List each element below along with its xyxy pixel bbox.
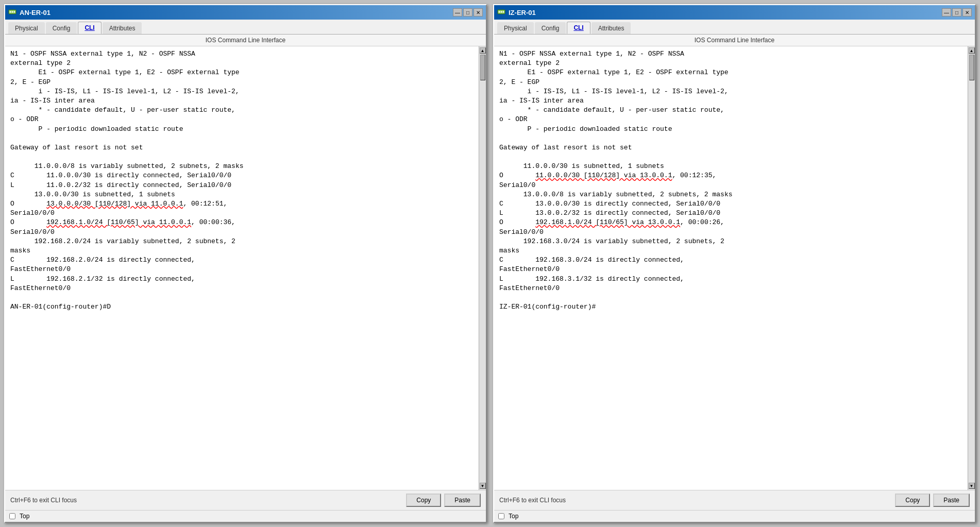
cli-line: 2, E - EGP — [499, 78, 962, 87]
cli-line: o - ODR — [10, 115, 474, 124]
cli-bottom-bar: Ctrl+F6 to exit CLI focusCopyPaste — [494, 490, 975, 510]
status-bar: Top — [5, 510, 486, 522]
copy-button[interactable]: Copy — [406, 494, 441, 507]
window-title: AN-ER-01 — [20, 9, 50, 16]
cli-button-group: CopyPaste — [895, 494, 970, 507]
close-button[interactable]: ✕ — [962, 8, 972, 16]
scroll-up-button[interactable]: ▲ — [480, 47, 486, 54]
scroll-down-button[interactable]: ▼ — [969, 483, 975, 489]
cli-line: Gateway of last resort is not set — [499, 143, 962, 152]
underlined-route: 192.168.1.0/24 [110/65] via 11.0.0.1 — [46, 218, 191, 226]
cli-line: 13.0.0.0/8 is variably subnetted, 2 subn… — [499, 190, 962, 199]
tab-attributes[interactable]: Attributes — [592, 22, 631, 34]
svg-point-7 — [503, 11, 504, 12]
cli-line: FastEthernet0/0 — [10, 284, 474, 293]
window-controls[interactable]: —□✕ — [942, 8, 972, 16]
cli-button-group: CopyPaste — [406, 494, 481, 507]
cli-line: Serial0/0/0 — [499, 228, 962, 237]
cli-line: FastEthernet0/0 — [499, 284, 962, 293]
cli-content[interactable]: N1 - OSPF NSSA external type 1, N2 - OSP… — [5, 46, 479, 490]
cli-line: 192.168.3.0/24 is variably subnetted, 2 … — [499, 237, 962, 246]
cli-line: Serial0/0/0 — [10, 209, 474, 218]
paste-button[interactable]: Paste — [933, 494, 970, 507]
scroll-thumb[interactable] — [480, 55, 485, 80]
cli-line: i - IS-IS, L1 - IS-IS level-1, L2 - IS-I… — [499, 87, 962, 96]
scroll-up-button[interactable]: ▲ — [969, 47, 975, 54]
window-right: IZ-ER-01—□✕PhysicalConfigCLIAttributesIO… — [493, 4, 976, 523]
scrollbar[interactable]: ▲▼ — [479, 46, 486, 490]
cli-line: N1 - OSPF NSSA external type 1, N2 - OSP… — [10, 49, 474, 59]
cli-line: Serial0/0/0 — [10, 228, 474, 237]
window-left: AN-ER-01—□✕PhysicalConfigCLIAttributesIO… — [4, 4, 487, 523]
cli-line: C 11.0.0.0/30 is directly connected, Ser… — [10, 171, 474, 180]
tab-cli[interactable]: CLI — [567, 22, 590, 34]
tab-physical[interactable]: Physical — [8, 22, 45, 34]
cli-header: IOS Command Line Interface — [5, 35, 486, 46]
top-checkbox[interactable] — [498, 513, 504, 519]
cli-line: Gateway of last resort is not set — [10, 143, 474, 152]
cli-line: N1 - OSPF NSSA external type 1, N2 - OSP… — [499, 49, 962, 59]
minimize-button[interactable]: — — [942, 8, 951, 16]
title-bar-left: IZ-ER-01 — [497, 8, 536, 18]
maximize-button[interactable]: □ — [952, 8, 961, 16]
cli-line — [10, 293, 474, 302]
scrollbar[interactable]: ▲▼ — [968, 46, 975, 490]
window-controls[interactable]: —□✕ — [453, 8, 483, 16]
maximize-button[interactable]: □ — [463, 8, 472, 16]
scroll-down-button[interactable]: ▼ — [480, 483, 486, 489]
cli-line: O 192.168.1.0/24 [110/65] via 11.0.0.1, … — [10, 218, 474, 227]
cli-line: o - ODR — [499, 115, 962, 124]
cli-line: 11.0.0.0/8 is variably subnetted, 2 subn… — [10, 162, 474, 171]
tab-attributes[interactable]: Attributes — [103, 22, 142, 34]
tab-physical[interactable]: Physical — [497, 22, 534, 34]
cli-line — [499, 152, 962, 162]
tab-config[interactable]: Config — [46, 22, 77, 34]
cli-line: E1 - OSPF external type 1, E2 - OSPF ext… — [10, 68, 474, 77]
cli-line — [10, 152, 474, 162]
paste-button[interactable]: Paste — [444, 494, 481, 507]
cli-line: * - candidate default, U - per-user stat… — [499, 106, 962, 115]
svg-point-6 — [501, 11, 502, 12]
minimize-button[interactable]: — — [453, 8, 462, 16]
cli-line: O 11.0.0.0/30 [110/128] via 13.0.0.1, 00… — [499, 171, 962, 180]
router-icon — [497, 8, 505, 18]
cli-line: P - periodic downloaded static route — [10, 125, 474, 134]
close-button[interactable]: ✕ — [474, 8, 483, 16]
cli-line: P - periodic downloaded static route — [499, 125, 962, 134]
cli-line: C 13.0.0.0/30 is directly connected, Ser… — [499, 199, 962, 209]
cli-header: IOS Command Line Interface — [494, 35, 975, 46]
scroll-thumb[interactable] — [969, 55, 974, 80]
title-bar: IZ-ER-01—□✕ — [494, 5, 975, 20]
copy-button[interactable]: Copy — [895, 494, 930, 507]
svg-point-1 — [10, 11, 11, 12]
cli-line: Serial0/0 — [499, 181, 962, 190]
tab-bar: PhysicalConfigCLIAttributes — [5, 20, 486, 35]
cli-line: L 11.0.0.2/32 is directly connected, Ser… — [10, 181, 474, 190]
cli-text: N1 - OSPF NSSA external type 1, N2 - OSP… — [10, 49, 474, 312]
cli-hint: Ctrl+F6 to exit CLI focus — [499, 497, 566, 504]
underlined-route: 11.0.0.0/30 [110/128] via 13.0.0.1 — [535, 172, 672, 179]
cli-line: external type 2 — [10, 59, 474, 68]
cli-line: masks — [10, 246, 474, 256]
cli-bottom-bar: Ctrl+F6 to exit CLI focusCopyPaste — [5, 490, 486, 510]
cli-line: L 13.0.0.2/32 is directly connected, Ser… — [499, 209, 962, 218]
cli-line — [499, 293, 962, 302]
tab-cli[interactable]: CLI — [78, 22, 101, 34]
cli-line: 192.168.2.0/24 is variably subnetted, 2 … — [10, 237, 474, 246]
cli-line: external type 2 — [499, 59, 962, 68]
status-bar: Top — [494, 510, 975, 522]
cli-text: N1 - OSPF NSSA external type 1, N2 - OSP… — [499, 49, 962, 312]
top-checkbox[interactable] — [9, 513, 15, 519]
tab-config[interactable]: Config — [535, 22, 566, 34]
cli-content[interactable]: N1 - OSPF NSSA external type 1, N2 - OSP… — [494, 46, 968, 490]
cli-area: N1 - OSPF NSSA external type 1, N2 - OSP… — [494, 46, 975, 490]
router-icon — [8, 8, 16, 18]
cli-line: O 192.168.1.0/24 [110/65] via 13.0.0.1, … — [499, 218, 962, 227]
cli-line: FastEthernet0/0 — [10, 265, 474, 274]
cli-line: IZ-ER-01(config-router)# — [499, 302, 962, 312]
title-bar: AN-ER-01—□✕ — [5, 5, 486, 20]
cli-line: i - IS-IS, L1 - IS-IS level-1, L2 - IS-I… — [10, 87, 474, 96]
cli-line: ia - IS-IS inter area — [499, 96, 962, 106]
cli-line: 2, E - EGP — [10, 78, 474, 87]
cli-area: N1 - OSPF NSSA external type 1, N2 - OSP… — [5, 46, 486, 490]
